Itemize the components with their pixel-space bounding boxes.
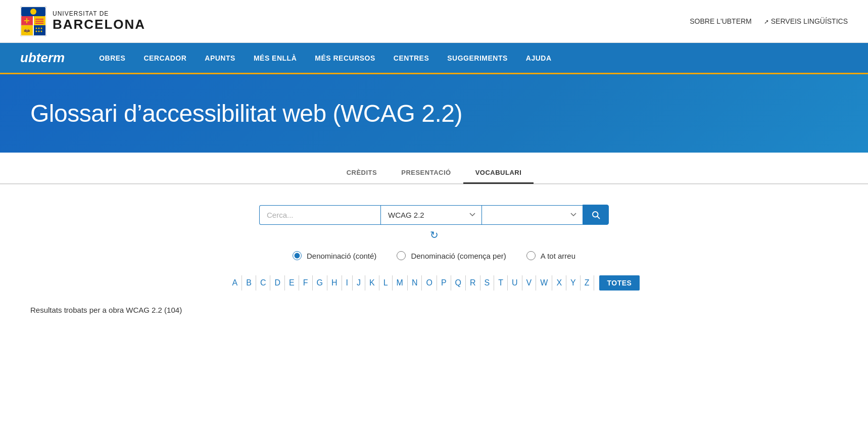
hero-section: Glossari d’accessibilitat web (WCAG 2.2) xyxy=(0,74,868,153)
top-bar: 🦇 UNIVERSITAT DE BARCELONA SOBRE L'UBTER… xyxy=(0,0,868,43)
svg-point-15 xyxy=(38,28,40,29)
refresh-icon[interactable]: ↻ xyxy=(430,229,439,241)
alpha-g[interactable]: G xyxy=(313,275,327,291)
external-link-icon: ➚ xyxy=(764,18,769,25)
alpha-y[interactable]: Y xyxy=(566,275,581,291)
nav-suggeriments[interactable]: SUGGERIMENTS xyxy=(438,45,517,71)
alpha-m[interactable]: M xyxy=(393,275,408,291)
svg-rect-7 xyxy=(35,19,43,20)
language-select[interactable] xyxy=(481,205,583,225)
alpha-i[interactable]: I xyxy=(342,275,353,291)
nav-centres[interactable]: CENTRES xyxy=(384,45,438,71)
svg-text:🦇: 🦇 xyxy=(24,27,30,34)
alpha-z[interactable]: Z xyxy=(581,275,594,291)
serveis-linguistics-link[interactable]: ➚SERVEIS LINGÜÍSTICS xyxy=(764,17,848,25)
main-nav: ubterm OBRES CERCADOR APUNTS MÉS ENLLÀ M… xyxy=(0,43,868,73)
svg-point-14 xyxy=(36,28,37,29)
alpha-d[interactable]: D xyxy=(270,275,285,291)
alpha-o[interactable]: O xyxy=(422,275,437,291)
svg-point-19 xyxy=(41,31,42,32)
svg-point-2 xyxy=(30,9,36,15)
alpha-totes-button[interactable]: TOTES xyxy=(599,275,640,291)
svg-point-16 xyxy=(41,28,42,29)
svg-rect-9 xyxy=(35,23,43,24)
nav-mes-enlla[interactable]: MÉS ENLLÀ xyxy=(245,45,306,71)
radio-denominacio-comenca-label: Denominació (comença per) xyxy=(411,252,506,260)
alpha-a[interactable]: A xyxy=(228,275,243,291)
alpha-s[interactable]: S xyxy=(480,275,495,291)
alpha-e[interactable]: E xyxy=(285,275,299,291)
radio-denominacio-conte-input[interactable] xyxy=(293,251,302,260)
content-area: WCAG 2.2 ↻ Denominació (conté) Denominac… xyxy=(0,184,868,334)
alpha-n[interactable]: N xyxy=(408,275,422,291)
radio-a-tot-arreu-input[interactable] xyxy=(526,251,536,260)
radio-denominacio-comenca[interactable]: Denominació (comença per) xyxy=(397,251,506,260)
alpha-p[interactable]: P xyxy=(437,275,451,291)
svg-line-21 xyxy=(597,216,599,218)
search-icon xyxy=(591,210,600,219)
results-text: Resultats trobats per a obra WCAG 2.2 (1… xyxy=(30,306,838,314)
search-row: WCAG 2.2 xyxy=(30,205,838,225)
tabs-container: CRÈDITS PRESENTACIÓ VOCABULARI xyxy=(0,153,868,184)
tab-vocabulari[interactable]: VOCABULARI xyxy=(463,163,534,184)
radio-denominacio-conte-label: Denominació (conté) xyxy=(307,252,376,260)
nav-cercador[interactable]: CERCADOR xyxy=(134,45,196,71)
alpha-c[interactable]: C xyxy=(256,275,271,291)
search-input[interactable] xyxy=(259,205,380,225)
nav-items: OBRES CERCADOR APUNTS MÉS ENLLÀ MÉS RECU… xyxy=(90,45,560,71)
radio-denominacio-comenca-input[interactable] xyxy=(397,251,406,260)
university-name: UNIVERSITAT DE BARCELONA xyxy=(53,11,146,32)
svg-point-18 xyxy=(38,31,40,32)
nav-ajuda[interactable]: AJUDA xyxy=(517,45,561,71)
alpha-f[interactable]: F xyxy=(299,275,313,291)
svg-rect-6 xyxy=(24,20,29,21)
alpha-r[interactable]: R xyxy=(466,275,480,291)
radio-a-tot-arreu-label: A tot arreu xyxy=(541,252,575,260)
radio-row: Denominació (conté) Denominació (comença… xyxy=(30,251,838,260)
alpha-w[interactable]: W xyxy=(536,275,552,291)
page-title: Glossari d’accessibilitat web (WCAG 2.2) xyxy=(30,100,838,127)
tab-presentacio[interactable]: PRESENTACIÓ xyxy=(389,163,463,184)
nav-brand[interactable]: ubterm xyxy=(20,43,80,73)
svg-rect-8 xyxy=(35,21,43,22)
radio-a-tot-arreu[interactable]: A tot arreu xyxy=(526,251,575,260)
university-crest: 🦇 xyxy=(20,6,46,36)
alphabet-row: A B C D E F G H I J K L M N O P Q R S T … xyxy=(30,275,838,291)
alpha-t[interactable]: T xyxy=(494,275,508,291)
alpha-h[interactable]: H xyxy=(327,275,342,291)
top-links: SOBRE L'UBTERM ➚SERVEIS LINGÜÍSTICS xyxy=(690,17,848,25)
search-button[interactable] xyxy=(583,205,609,225)
alpha-v[interactable]: V xyxy=(522,275,537,291)
barcelona-line: BARCELONA xyxy=(53,17,146,32)
alpha-j[interactable]: J xyxy=(353,275,365,291)
tab-credits[interactable]: CRÈDITS xyxy=(334,163,390,184)
svg-point-17 xyxy=(36,31,37,32)
alpha-k[interactable]: K xyxy=(365,275,379,291)
alpha-q[interactable]: Q xyxy=(451,275,466,291)
alpha-l[interactable]: L xyxy=(379,275,393,291)
svg-rect-12 xyxy=(34,25,45,35)
nav-obres[interactable]: OBRES xyxy=(90,45,134,71)
alpha-x[interactable]: X xyxy=(552,275,566,291)
nav-mes-recursos[interactable]: MÉS RECURSOS xyxy=(306,45,384,71)
alpha-u[interactable]: U xyxy=(508,275,522,291)
refresh-row: ↻ xyxy=(30,229,838,241)
nav-apunts[interactable]: APUNTS xyxy=(196,45,245,71)
obra-select[interactable]: WCAG 2.2 xyxy=(380,205,481,225)
sobre-ubterm-link[interactable]: SOBRE L'UBTERM xyxy=(690,17,751,25)
radio-denominacio-conte[interactable]: Denominació (conté) xyxy=(293,251,376,260)
alpha-b[interactable]: B xyxy=(242,275,256,291)
logo-area: 🦇 UNIVERSITAT DE BARCELONA xyxy=(20,6,146,36)
